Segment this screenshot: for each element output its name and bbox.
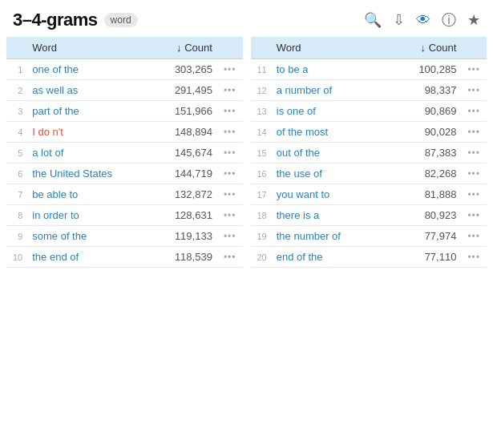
actions-cell[interactable]: ••• xyxy=(461,59,487,80)
table-row: 15 out of the 87,383 ••• xyxy=(251,143,487,163)
actions-cell[interactable]: ••• xyxy=(461,205,487,226)
actions-cell[interactable]: ••• xyxy=(461,184,487,205)
row-num: 20 xyxy=(251,247,270,268)
row-num: 7 xyxy=(6,184,26,205)
eye-icon[interactable]: 👁 xyxy=(416,12,430,29)
actions-cell[interactable]: ••• xyxy=(461,101,487,122)
actions-cell[interactable]: ••• xyxy=(461,122,487,143)
word-cell[interactable]: some of the xyxy=(26,226,151,247)
left-col-count[interactable]: ↓ Count xyxy=(152,37,217,59)
count-cell: 303,265 xyxy=(152,59,217,80)
download-icon[interactable]: ⇩ xyxy=(393,11,405,29)
right-col-count[interactable]: ↓ Count xyxy=(387,37,462,59)
right-col-word: Word xyxy=(270,37,387,59)
row-num: 17 xyxy=(251,184,270,205)
row-num: 19 xyxy=(251,226,270,247)
count-cell: 151,966 xyxy=(152,101,217,122)
word-cell[interactable]: in order to xyxy=(26,205,151,226)
word-cell[interactable]: the number of xyxy=(270,226,387,247)
count-cell: 100,285 xyxy=(387,59,462,80)
word-cell[interactable]: there is a xyxy=(270,205,387,226)
row-num: 13 xyxy=(251,101,270,122)
row-num: 18 xyxy=(251,205,270,226)
info-icon[interactable]: ⓘ xyxy=(442,10,456,30)
word-badge: word xyxy=(104,13,138,27)
search-icon[interactable]: 🔍 xyxy=(364,11,382,29)
actions-cell[interactable]: ••• xyxy=(217,101,243,122)
actions-cell[interactable]: ••• xyxy=(217,163,243,184)
word-cell[interactable]: the United States xyxy=(26,163,151,184)
actions-cell[interactable]: ••• xyxy=(461,143,487,163)
actions-cell[interactable]: ••• xyxy=(217,247,243,268)
row-num: 1 xyxy=(6,59,26,80)
count-cell: 144,719 xyxy=(152,163,217,184)
word-cell[interactable]: the use of xyxy=(270,163,387,184)
count-cell: 90,869 xyxy=(387,101,462,122)
count-cell: 82,268 xyxy=(387,163,462,184)
word-cell[interactable]: out of the xyxy=(270,143,387,163)
count-cell: 118,539 xyxy=(152,247,217,268)
word-cell[interactable]: as well as xyxy=(26,80,151,101)
count-cell: 77,974 xyxy=(387,226,462,247)
word-cell[interactable]: a lot of xyxy=(26,143,151,163)
row-num: 3 xyxy=(6,101,26,122)
actions-cell[interactable]: ••• xyxy=(461,80,487,101)
actions-cell[interactable]: ••• xyxy=(217,122,243,143)
actions-cell[interactable]: ••• xyxy=(217,59,243,80)
actions-cell[interactable]: ••• xyxy=(461,163,487,184)
table-row: 4 I do n't 148,894 ••• xyxy=(6,122,243,143)
row-num: 14 xyxy=(251,122,270,143)
row-num: 6 xyxy=(6,163,26,184)
count-cell: 87,383 xyxy=(387,143,462,163)
count-cell: 128,631 xyxy=(152,205,217,226)
word-cell[interactable]: to be a xyxy=(270,59,387,80)
right-table: Word ↓ Count 11 to be a 100,285 ••• 12 a… xyxy=(251,37,487,268)
left-col-num xyxy=(6,37,26,59)
count-cell: 77,110 xyxy=(387,247,462,268)
actions-cell[interactable]: ••• xyxy=(217,226,243,247)
word-cell[interactable]: is one of xyxy=(270,101,387,122)
word-cell[interactable]: one of the xyxy=(26,59,151,80)
table-row: 19 the number of 77,974 ••• xyxy=(251,226,487,247)
row-num: 5 xyxy=(6,143,26,163)
row-num: 8 xyxy=(6,205,26,226)
count-cell: 145,674 xyxy=(152,143,217,163)
actions-cell[interactable]: ••• xyxy=(461,247,487,268)
star-icon[interactable]: ★ xyxy=(467,11,480,29)
actions-cell[interactable]: ••• xyxy=(461,226,487,247)
table-row: 13 is one of 90,869 ••• xyxy=(251,101,487,122)
count-cell: 98,337 xyxy=(387,80,462,101)
table-row: 9 some of the 119,133 ••• xyxy=(6,226,243,247)
word-cell[interactable]: end of the xyxy=(270,247,387,268)
count-cell: 90,028 xyxy=(387,122,462,143)
table-row: 6 the United States 144,719 ••• xyxy=(6,163,243,184)
actions-cell[interactable]: ••• xyxy=(217,80,243,101)
left-table-wrapper: Word ↓ Count 1 one of the 303,265 ••• 2 … xyxy=(6,37,243,268)
word-cell[interactable]: the end of xyxy=(26,247,151,268)
table-row: 11 to be a 100,285 ••• xyxy=(251,59,487,80)
right-table-wrapper: Word ↓ Count 11 to be a 100,285 ••• 12 a… xyxy=(251,37,487,268)
table-row: 20 end of the 77,110 ••• xyxy=(251,247,487,268)
page-header: 3–4-grams word 🔍 ⇩ 👁 ⓘ ★ xyxy=(0,0,493,37)
actions-cell[interactable]: ••• xyxy=(217,205,243,226)
table-row: 17 you want to 81,888 ••• xyxy=(251,184,487,205)
left-table: Word ↓ Count 1 one of the 303,265 ••• 2 … xyxy=(6,37,243,268)
word-cell[interactable]: of the most xyxy=(270,122,387,143)
left-col-actions xyxy=(217,37,243,59)
table-row: 3 part of the 151,966 ••• xyxy=(6,101,243,122)
count-cell: 80,923 xyxy=(387,205,462,226)
table-row: 7 be able to 132,872 ••• xyxy=(6,184,243,205)
word-cell[interactable]: be able to xyxy=(26,184,151,205)
header-left: 3–4-grams word xyxy=(13,10,138,30)
word-cell[interactable]: you want to xyxy=(270,184,387,205)
word-cell[interactable]: I do n't xyxy=(26,122,151,143)
table-row: 5 a lot of 145,674 ••• xyxy=(6,143,243,163)
row-num: 16 xyxy=(251,163,270,184)
row-num: 2 xyxy=(6,80,26,101)
word-cell[interactable]: a number of xyxy=(270,80,387,101)
actions-cell[interactable]: ••• xyxy=(217,184,243,205)
actions-cell[interactable]: ••• xyxy=(217,143,243,163)
table-row: 10 the end of 118,539 ••• xyxy=(6,247,243,268)
word-cell[interactable]: part of the xyxy=(26,101,151,122)
row-num: 9 xyxy=(6,226,26,247)
